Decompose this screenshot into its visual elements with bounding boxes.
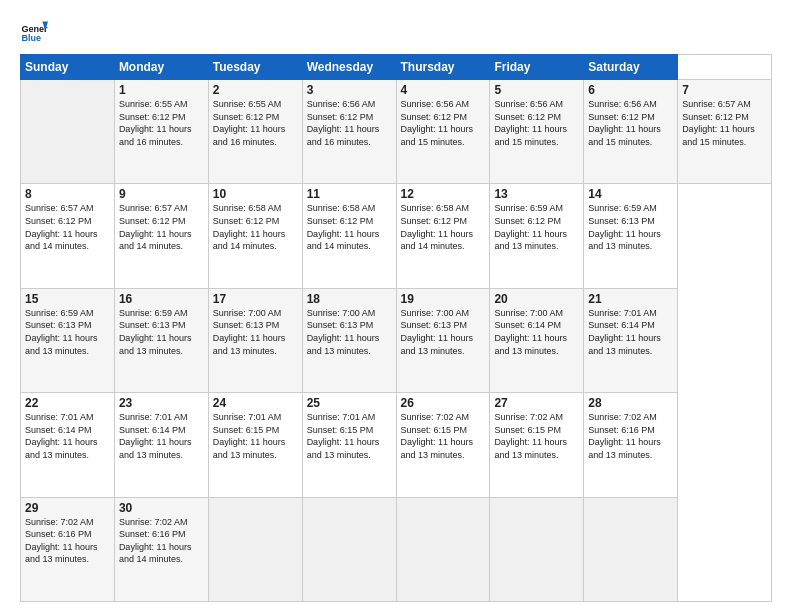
day-number: 2: [213, 83, 298, 97]
day-info: Sunrise: 7:01 AMSunset: 6:14 PMDaylight:…: [25, 412, 98, 460]
day-number: 16: [119, 292, 204, 306]
day-number: 19: [401, 292, 486, 306]
day-cell-22: 22Sunrise: 7:01 AMSunset: 6:14 PMDayligh…: [21, 393, 115, 497]
day-number: 5: [494, 83, 579, 97]
day-info: Sunrise: 6:56 AMSunset: 6:12 PMDaylight:…: [401, 99, 474, 147]
day-number: 29: [25, 501, 110, 515]
empty-cell: [302, 497, 396, 601]
day-cell-18: 18Sunrise: 7:00 AMSunset: 6:13 PMDayligh…: [302, 288, 396, 392]
day-cell-11: 11Sunrise: 6:58 AMSunset: 6:12 PMDayligh…: [302, 184, 396, 288]
day-info: Sunrise: 7:01 AMSunset: 6:14 PMDaylight:…: [119, 412, 192, 460]
day-info: Sunrise: 7:00 AMSunset: 6:13 PMDaylight:…: [401, 308, 474, 356]
day-info: Sunrise: 7:00 AMSunset: 6:13 PMDaylight:…: [307, 308, 380, 356]
col-header-monday: Monday: [114, 55, 208, 80]
day-number: 24: [213, 396, 298, 410]
day-cell-14: 14Sunrise: 6:59 AMSunset: 6:13 PMDayligh…: [584, 184, 678, 288]
day-info: Sunrise: 7:02 AMSunset: 6:15 PMDaylight:…: [494, 412, 567, 460]
col-header-thursday: Thursday: [396, 55, 490, 80]
day-number: 26: [401, 396, 486, 410]
page: General Blue SundayMondayTuesdayWednesda…: [0, 0, 792, 612]
day-info: Sunrise: 6:58 AMSunset: 6:12 PMDaylight:…: [213, 203, 286, 251]
day-number: 4: [401, 83, 486, 97]
day-number: 8: [25, 187, 110, 201]
day-cell-10: 10Sunrise: 6:58 AMSunset: 6:12 PMDayligh…: [208, 184, 302, 288]
day-cell-8: 8Sunrise: 6:57 AMSunset: 6:12 PMDaylight…: [21, 184, 115, 288]
day-number: 17: [213, 292, 298, 306]
day-number: 10: [213, 187, 298, 201]
day-info: Sunrise: 6:58 AMSunset: 6:12 PMDaylight:…: [401, 203, 474, 251]
day-info: Sunrise: 6:57 AMSunset: 6:12 PMDaylight:…: [119, 203, 192, 251]
day-info: Sunrise: 6:56 AMSunset: 6:12 PMDaylight:…: [494, 99, 567, 147]
day-number: 6: [588, 83, 673, 97]
day-number: 15: [25, 292, 110, 306]
day-number: 30: [119, 501, 204, 515]
day-cell-21: 21Sunrise: 7:01 AMSunset: 6:14 PMDayligh…: [584, 288, 678, 392]
logo: General Blue: [20, 18, 52, 46]
day-number: 11: [307, 187, 392, 201]
day-info: Sunrise: 6:56 AMSunset: 6:12 PMDaylight:…: [588, 99, 661, 147]
day-info: Sunrise: 6:57 AMSunset: 6:12 PMDaylight:…: [682, 99, 755, 147]
day-number: 14: [588, 187, 673, 201]
day-info: Sunrise: 7:00 AMSunset: 6:14 PMDaylight:…: [494, 308, 567, 356]
col-header-saturday: Saturday: [584, 55, 678, 80]
day-info: Sunrise: 7:01 AMSunset: 6:14 PMDaylight:…: [588, 308, 661, 356]
day-info: Sunrise: 7:00 AMSunset: 6:13 PMDaylight:…: [213, 308, 286, 356]
day-cell-16: 16Sunrise: 6:59 AMSunset: 6:13 PMDayligh…: [114, 288, 208, 392]
day-cell-24: 24Sunrise: 7:01 AMSunset: 6:15 PMDayligh…: [208, 393, 302, 497]
day-number: 21: [588, 292, 673, 306]
day-number: 18: [307, 292, 392, 306]
day-info: Sunrise: 6:55 AMSunset: 6:12 PMDaylight:…: [119, 99, 192, 147]
col-header-friday: Friday: [490, 55, 584, 80]
svg-text:Blue: Blue: [21, 33, 41, 43]
day-info: Sunrise: 7:02 AMSunset: 6:16 PMDaylight:…: [25, 517, 98, 565]
day-info: Sunrise: 7:02 AMSunset: 6:15 PMDaylight:…: [401, 412, 474, 460]
day-info: Sunrise: 6:56 AMSunset: 6:12 PMDaylight:…: [307, 99, 380, 147]
day-info: Sunrise: 6:59 AMSunset: 6:13 PMDaylight:…: [588, 203, 661, 251]
empty-cell: [396, 497, 490, 601]
day-number: 7: [682, 83, 767, 97]
day-number: 23: [119, 396, 204, 410]
empty-cell: [208, 497, 302, 601]
day-number: 9: [119, 187, 204, 201]
col-header-sunday: Sunday: [21, 55, 115, 80]
day-cell-12: 12Sunrise: 6:58 AMSunset: 6:12 PMDayligh…: [396, 184, 490, 288]
day-info: Sunrise: 7:02 AMSunset: 6:16 PMDaylight:…: [588, 412, 661, 460]
day-number: 20: [494, 292, 579, 306]
day-cell-6: 6Sunrise: 6:56 AMSunset: 6:12 PMDaylight…: [584, 80, 678, 184]
day-cell-3: 3Sunrise: 6:56 AMSunset: 6:12 PMDaylight…: [302, 80, 396, 184]
day-number: 3: [307, 83, 392, 97]
empty-cell: [584, 497, 678, 601]
day-cell-19: 19Sunrise: 7:00 AMSunset: 6:13 PMDayligh…: [396, 288, 490, 392]
day-number: 12: [401, 187, 486, 201]
col-header-tuesday: Tuesday: [208, 55, 302, 80]
day-cell-9: 9Sunrise: 6:57 AMSunset: 6:12 PMDaylight…: [114, 184, 208, 288]
day-info: Sunrise: 6:59 AMSunset: 6:13 PMDaylight:…: [119, 308, 192, 356]
day-number: 25: [307, 396, 392, 410]
day-cell-5: 5Sunrise: 6:56 AMSunset: 6:12 PMDaylight…: [490, 80, 584, 184]
logo-icon: General Blue: [20, 18, 48, 46]
day-cell-27: 27Sunrise: 7:02 AMSunset: 6:15 PMDayligh…: [490, 393, 584, 497]
day-cell-4: 4Sunrise: 6:56 AMSunset: 6:12 PMDaylight…: [396, 80, 490, 184]
day-info: Sunrise: 6:59 AMSunset: 6:12 PMDaylight:…: [494, 203, 567, 251]
day-info: Sunrise: 6:59 AMSunset: 6:13 PMDaylight:…: [25, 308, 98, 356]
header: General Blue: [20, 18, 772, 46]
calendar-table: SundayMondayTuesdayWednesdayThursdayFrid…: [20, 54, 772, 602]
day-info: Sunrise: 7:01 AMSunset: 6:15 PMDaylight:…: [307, 412, 380, 460]
day-info: Sunrise: 7:02 AMSunset: 6:16 PMDaylight:…: [119, 517, 192, 565]
day-cell-26: 26Sunrise: 7:02 AMSunset: 6:15 PMDayligh…: [396, 393, 490, 497]
day-cell-30: 30Sunrise: 7:02 AMSunset: 6:16 PMDayligh…: [114, 497, 208, 601]
day-info: Sunrise: 6:57 AMSunset: 6:12 PMDaylight:…: [25, 203, 98, 251]
day-cell-2: 2Sunrise: 6:55 AMSunset: 6:12 PMDaylight…: [208, 80, 302, 184]
col-header-wednesday: Wednesday: [302, 55, 396, 80]
day-cell-25: 25Sunrise: 7:01 AMSunset: 6:15 PMDayligh…: [302, 393, 396, 497]
day-cell-1: 1Sunrise: 6:55 AMSunset: 6:12 PMDaylight…: [114, 80, 208, 184]
day-info: Sunrise: 6:58 AMSunset: 6:12 PMDaylight:…: [307, 203, 380, 251]
empty-cell: [21, 80, 115, 184]
day-info: Sunrise: 7:01 AMSunset: 6:15 PMDaylight:…: [213, 412, 286, 460]
empty-cell: [490, 497, 584, 601]
day-info: Sunrise: 6:55 AMSunset: 6:12 PMDaylight:…: [213, 99, 286, 147]
day-cell-15: 15Sunrise: 6:59 AMSunset: 6:13 PMDayligh…: [21, 288, 115, 392]
day-cell-20: 20Sunrise: 7:00 AMSunset: 6:14 PMDayligh…: [490, 288, 584, 392]
day-cell-23: 23Sunrise: 7:01 AMSunset: 6:14 PMDayligh…: [114, 393, 208, 497]
day-cell-29: 29Sunrise: 7:02 AMSunset: 6:16 PMDayligh…: [21, 497, 115, 601]
